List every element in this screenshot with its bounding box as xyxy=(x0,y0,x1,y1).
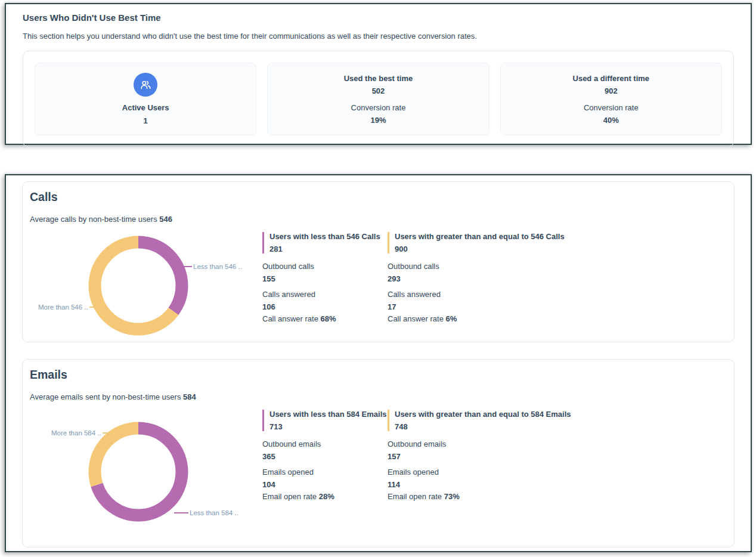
stat-group: Calls answered 17 xyxy=(388,290,727,311)
call-answer-rate: Call answer rate 6% xyxy=(388,314,727,323)
conversion-rate-value: 40% xyxy=(603,116,619,125)
emails-average-value: 584 xyxy=(183,392,196,401)
page-title: Users Who Didn't Use Best Time xyxy=(23,13,734,23)
calls-panel: Calls Average calls by non-best-time use… xyxy=(22,181,735,342)
users-icon xyxy=(140,79,152,91)
page-subtitle: This section helps you understand who di… xyxy=(23,32,734,41)
emails-panel: Emails Average emails sent by non-best-t… xyxy=(22,359,735,547)
calls-chart-row: Less than 546 .. More than 546 .. Users … xyxy=(30,231,727,338)
call-answer-rate: Call answer rate 68% xyxy=(262,314,388,323)
used-best-time-title: Used the best time xyxy=(344,74,413,83)
calls-donut-ring[interactable] xyxy=(88,236,188,336)
used-different-time-title: Used a different time xyxy=(573,74,650,83)
stat-group: Emails opened 104 xyxy=(262,468,388,489)
emails-less-header: Users with less than 584 Emails 713 xyxy=(262,410,388,431)
used-different-time-value: 902 xyxy=(605,86,618,95)
calls-less-column: Users with less than 546 Calls 281 Outbo… xyxy=(262,231,388,323)
summary-cards-container: Active Users 1 Used the best time 502 Co… xyxy=(23,51,734,147)
calls-emails-section: Calls Average calls by non-best-time use… xyxy=(5,174,752,552)
conversion-rate-label: Conversion rate xyxy=(351,103,406,112)
calls-more-than-label: More than 546 .. xyxy=(38,303,104,311)
stat-group: Emails opened 114 xyxy=(388,468,727,489)
emails-more-than-label: More than 584 .. xyxy=(51,429,117,437)
active-users-label: Active Users xyxy=(122,103,169,112)
calls-panel-title: Calls xyxy=(30,190,727,204)
active-users-value: 1 xyxy=(144,116,148,125)
emails-less-column: Users with less than 584 Emails 713 Outb… xyxy=(262,409,388,501)
stat-group: Outbound emails 157 xyxy=(388,440,727,461)
emails-less-than-label: Less than 584 .. xyxy=(174,509,238,517)
leader-line xyxy=(178,266,192,267)
stat-group: Outbound calls 155 xyxy=(262,262,388,283)
stat-group: Outbound emails 365 xyxy=(262,440,388,461)
used-best-time-value: 502 xyxy=(372,86,385,95)
used-different-time-card: Used a different time 902 Conversion rat… xyxy=(500,63,722,135)
leader-line xyxy=(174,512,188,513)
users-icon-badge xyxy=(134,73,157,97)
best-time-summary-section: Users Who Didn't Use Best Time This sect… xyxy=(5,3,752,145)
conversion-rate-value: 19% xyxy=(370,116,386,125)
calls-greater-header: Users with greater than and equal to 546… xyxy=(388,232,727,253)
calls-average-label: Average calls by non-best-time users xyxy=(30,215,157,224)
stat-group: Calls answered 106 xyxy=(262,290,388,311)
active-users-card: Active Users 1 xyxy=(35,63,256,135)
conversion-rate-label: Conversion rate xyxy=(584,103,639,112)
calls-greater-column: Users with greater than and equal to 546… xyxy=(388,231,727,323)
leader-line xyxy=(89,307,104,308)
emails-greater-column: Users with greater than and equal to 584… xyxy=(388,409,727,501)
email-open-rate: Email open rate 28% xyxy=(262,492,388,501)
leader-line xyxy=(103,432,117,434)
emails-donut-chart: More than 584 .. Less than 584 .. xyxy=(30,409,262,537)
emails-chart-row: More than 584 .. Less than 584 .. Users … xyxy=(30,409,727,537)
emails-greater-header: Users with greater than and equal to 584… xyxy=(388,410,727,431)
emails-panel-title: Emails xyxy=(30,368,727,382)
emails-average-label: Average emails sent by non-best-time use… xyxy=(30,392,181,401)
stat-group: Outbound calls 293 xyxy=(388,262,727,283)
used-best-time-card: Used the best time 502 Conversion rate 1… xyxy=(267,63,489,135)
calls-average-value: 546 xyxy=(159,215,172,224)
calls-average-line: Average calls by non-best-time users 546 xyxy=(30,215,727,224)
calls-less-than-label: Less than 546 .. xyxy=(178,262,242,271)
email-open-rate: Email open rate 73% xyxy=(388,492,727,501)
calls-donut-chart: Less than 546 .. More than 546 .. xyxy=(30,231,262,338)
calls-less-header: Users with less than 546 Calls 281 xyxy=(262,232,388,253)
emails-average-line: Average emails sent by non-best-time use… xyxy=(30,392,727,401)
